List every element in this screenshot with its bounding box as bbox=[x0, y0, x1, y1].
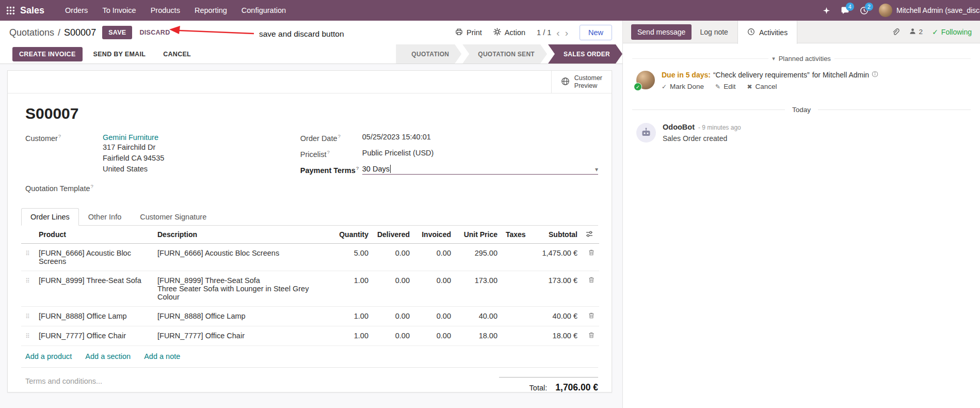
tab-other-info[interactable]: Other Info bbox=[79, 208, 131, 226]
cell-quantity[interactable]: 1.00 bbox=[331, 326, 373, 346]
order-line-row[interactable]: ⠿ [FURN_8999] Three-Seat Sofa [FURN_8999… bbox=[21, 271, 599, 306]
messages-icon[interactable]: 4 bbox=[841, 6, 849, 15]
optional-columns-icon[interactable] bbox=[582, 226, 599, 244]
cell-description[interactable]: [FURN_6666] Acoustic Bloc Screens bbox=[153, 243, 331, 271]
action-button[interactable]: Action bbox=[493, 28, 525, 37]
menu-item-to-invoice[interactable]: To Invoice bbox=[95, 0, 143, 21]
stage-sales-order[interactable]: SALES ORDER bbox=[548, 44, 622, 64]
send-by-email-button[interactable]: SEND BY EMAIL bbox=[87, 47, 153, 61]
column-header-taxes[interactable]: Taxes bbox=[502, 226, 527, 244]
cell-unit-price[interactable]: 18.00 bbox=[455, 326, 502, 346]
column-header-description[interactable]: Description bbox=[153, 226, 331, 244]
cell-unit-price[interactable]: 295.00 bbox=[455, 243, 502, 271]
cell-taxes[interactable] bbox=[502, 306, 527, 326]
activities-clock-icon[interactable]: 2 bbox=[860, 6, 869, 15]
following-button[interactable]: ✓ Following bbox=[932, 28, 972, 36]
breadcrumb-quotations[interactable]: Quotations bbox=[9, 27, 54, 38]
add-a-section-link[interactable]: Add a section bbox=[85, 352, 131, 360]
planned-activities-header[interactable]: ▾ Planned activities bbox=[623, 55, 980, 62]
stage-quotation[interactable]: QUOTATION bbox=[396, 44, 461, 64]
order-line-row[interactable]: ⠿ [FURN_7777] Office Chair [FURN_7777] O… bbox=[21, 326, 599, 346]
cell-product[interactable]: [FURN_8888] Office Lamp bbox=[35, 306, 153, 326]
user-menu[interactable]: Mitchell Admin (save_discar bbox=[879, 4, 980, 17]
send-message-button[interactable]: Send message bbox=[631, 24, 692, 40]
dropdown-caret-icon[interactable]: ▾ bbox=[595, 166, 598, 173]
order-line-row[interactable]: ⠿ [FURN_6666] Acoustic Bloc Screens [FUR… bbox=[21, 243, 599, 271]
cell-quantity[interactable]: 5.00 bbox=[331, 243, 373, 271]
new-button[interactable]: New bbox=[580, 25, 612, 40]
quotation-template-field[interactable]: Quotation Template? bbox=[25, 183, 300, 193]
menu-item-products[interactable]: Products bbox=[143, 0, 187, 21]
column-header-delivered[interactable]: Delivered bbox=[373, 226, 414, 244]
cell-invoiced[interactable]: 0.00 bbox=[414, 243, 455, 271]
column-header-subtotal[interactable]: Subtotal bbox=[527, 226, 582, 244]
cell-taxes[interactable] bbox=[502, 271, 527, 306]
pager-previous-icon[interactable]: ‹ bbox=[556, 28, 559, 38]
tab-order-lines[interactable]: Order Lines bbox=[21, 208, 79, 226]
followers-button[interactable]: 2 bbox=[909, 27, 923, 37]
activities-tab[interactable]: Activities bbox=[737, 21, 797, 44]
cell-taxes[interactable] bbox=[502, 326, 527, 346]
discard-button[interactable]: DISCARD bbox=[139, 29, 170, 36]
order-date-value[interactable]: 05/25/2023 15:40:01 bbox=[362, 133, 431, 141]
pricelist-field[interactable]: Pricelist? Public Pricelist (USD) bbox=[300, 149, 598, 159]
delete-line-icon[interactable] bbox=[588, 249, 595, 256]
add-a-product-link[interactable]: Add a product bbox=[25, 352, 72, 360]
sparkle-icon[interactable] bbox=[823, 7, 830, 14]
pricelist-value[interactable]: Public Pricelist (USD) bbox=[362, 149, 434, 157]
cell-delivered[interactable]: 0.00 bbox=[373, 326, 414, 346]
cell-unit-price[interactable]: 173.00 bbox=[455, 271, 502, 306]
cell-quantity[interactable]: 1.00 bbox=[331, 306, 373, 326]
cell-unit-price[interactable]: 40.00 bbox=[455, 306, 502, 326]
cell-product[interactable]: [FURN_6666] Acoustic Bloc Screens bbox=[35, 243, 153, 271]
column-header-quantity[interactable]: Quantity bbox=[331, 226, 373, 244]
order-date-field[interactable]: Order Date? 05/25/2023 15:40:01 bbox=[300, 133, 598, 143]
cell-description[interactable]: [FURN_8999] Three-Seat SofaThree Seater … bbox=[153, 271, 331, 306]
menu-item-orders[interactable]: Orders bbox=[58, 0, 95, 21]
apps-grid-icon[interactable] bbox=[6, 6, 15, 15]
save-button[interactable]: SAVE bbox=[102, 26, 132, 39]
drag-handle-icon[interactable]: ⠿ bbox=[25, 277, 30, 285]
drag-handle-icon[interactable]: ⠿ bbox=[25, 313, 30, 320]
add-a-note-link[interactable]: Add a note bbox=[144, 352, 180, 360]
pager-next-icon[interactable]: › bbox=[565, 28, 568, 38]
print-button[interactable]: Print bbox=[455, 28, 482, 37]
column-header-invoiced[interactable]: Invoiced bbox=[414, 226, 455, 244]
info-icon[interactable] bbox=[872, 71, 878, 79]
delete-line-icon[interactable] bbox=[588, 312, 595, 319]
paperclip-icon[interactable] bbox=[891, 28, 899, 36]
stage-quotation-sent[interactable]: QUOTATION SENT bbox=[462, 44, 547, 64]
cancel-button[interactable]: CANCEL bbox=[156, 47, 198, 61]
message-author[interactable]: OdooBot bbox=[663, 123, 695, 131]
delete-line-icon[interactable] bbox=[588, 332, 595, 339]
pager-value[interactable]: 1 / 1 bbox=[537, 28, 551, 37]
order-line-row[interactable]: ⠿ [FURN_8888] Office Lamp [FURN_8888] Of… bbox=[21, 306, 599, 326]
customer-preview-button[interactable]: Customer Preview bbox=[551, 71, 612, 93]
cell-product[interactable]: [FURN_8999] Three-Seat Sofa bbox=[35, 271, 153, 306]
drag-handle-icon[interactable]: ⠿ bbox=[25, 250, 30, 257]
cell-taxes[interactable] bbox=[502, 243, 527, 271]
cell-invoiced[interactable]: 0.00 bbox=[414, 271, 455, 306]
cancel-activity-button[interactable]: ✖Cancel bbox=[747, 83, 777, 90]
delete-line-icon[interactable] bbox=[588, 276, 595, 284]
cell-description[interactable]: [FURN_7777] Office Chair bbox=[153, 326, 331, 346]
menu-item-reporting[interactable]: Reporting bbox=[187, 0, 234, 21]
column-header-product[interactable]: Product bbox=[35, 226, 153, 244]
cell-product[interactable]: [FURN_7777] Office Chair bbox=[35, 326, 153, 346]
cell-delivered[interactable]: 0.00 bbox=[373, 306, 414, 326]
log-note-button[interactable]: Log note bbox=[700, 28, 728, 36]
tab-customer-signature[interactable]: Customer Signature bbox=[131, 208, 216, 226]
customer-link[interactable]: Gemini Furniture bbox=[103, 133, 158, 142]
drag-handle-icon[interactable]: ⠿ bbox=[25, 333, 30, 340]
cell-quantity[interactable]: 1.00 bbox=[331, 271, 373, 306]
payment-terms-input[interactable]: 30 Days ▾ bbox=[362, 165, 598, 175]
cell-description[interactable]: [FURN_8888] Office Lamp bbox=[153, 306, 331, 326]
mark-done-button[interactable]: ✓Mark Done bbox=[662, 83, 704, 90]
create-invoice-button[interactable]: CREATE INVOICE bbox=[12, 47, 83, 61]
cell-invoiced[interactable]: 0.00 bbox=[414, 306, 455, 326]
edit-activity-button[interactable]: ✎Edit bbox=[715, 83, 735, 90]
app-name[interactable]: Sales bbox=[20, 5, 44, 16]
cell-invoiced[interactable]: 0.00 bbox=[414, 326, 455, 346]
cell-delivered[interactable]: 0.00 bbox=[373, 271, 414, 306]
menu-item-configuration[interactable]: Configuration bbox=[234, 0, 293, 21]
